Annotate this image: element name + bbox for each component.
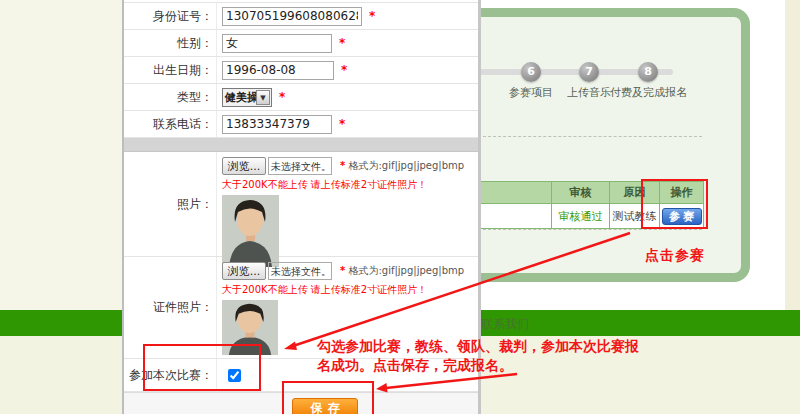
photo-size-warning: 大于200K不能上传 请上传标准2寸证件照片！ [222, 178, 478, 192]
audit-column-header: 审核 [552, 182, 610, 204]
required-asterisk: * [340, 265, 345, 276]
phone-row: 联系电话： * [124, 111, 478, 138]
step-8-label: 付费及完成报名 [610, 85, 687, 100]
birth-date-row: 出生日期： * [124, 57, 478, 84]
id-number-input[interactable] [222, 7, 362, 26]
panel-divider-bottom [483, 229, 702, 230]
type-row: 类型： 健美操 ▼ * [124, 84, 478, 111]
section-separator [124, 138, 478, 152]
type-select-value: 健美操 [223, 90, 256, 105]
required-asterisk: * [339, 36, 345, 50]
contact-us-link[interactable]: 联系我们 [481, 316, 529, 333]
id-number-row: 身份证号： * [124, 3, 478, 30]
id-photo-format-note: * 格式为:gif|jpg|jpeg|bmp [340, 264, 464, 278]
step-6-circle: 6 [521, 62, 541, 82]
annotation-note-line2: 名成功。点击保存，完成报名。 [317, 356, 639, 375]
audit-status-cell: 审核通过 [552, 204, 610, 229]
required-asterisk: * [339, 117, 345, 131]
panel-divider-top [483, 136, 702, 137]
gender-input[interactable] [222, 34, 332, 53]
photo-no-file-text: 未选择文件。 [268, 157, 332, 175]
id-photo-label: 证件照片： [124, 257, 217, 358]
required-asterisk: * [340, 160, 345, 171]
id-photo-browse-button[interactable]: 浏览... [222, 262, 266, 280]
annotation-note-line1: 勾选参加比赛，教练、领队、裁判，参加本次比赛报 [317, 337, 639, 356]
phone-label: 联系电话： [124, 111, 217, 137]
id-number-label: 身份证号： [124, 3, 217, 29]
birth-date-label: 出生日期： [124, 57, 217, 83]
highlight-box-operation-column [641, 179, 708, 229]
photo-row: 照片： 浏览... 未选择文件。 * 格式为:gif|jpg|jpeg|bmp … [124, 152, 478, 257]
photo-format-note: * 格式为:gif|jpg|jpeg|bmp [340, 159, 464, 173]
step-6-label: 参赛项目 [509, 85, 553, 100]
id-photo-size-warning: 大于200K不能上传 请上传标准2寸证件照片！ [222, 283, 478, 297]
annotation-click-join: 点击参赛 [645, 247, 705, 265]
phone-input[interactable] [222, 115, 332, 134]
gender-row: 性别： * [124, 30, 478, 57]
required-asterisk: * [341, 63, 347, 77]
highlight-box-save-button [282, 381, 374, 414]
required-asterisk: * [369, 9, 375, 23]
id-photo-no-file-text: 未选择文件。 [268, 262, 332, 280]
highlight-box-checkbox [143, 344, 261, 391]
type-select[interactable]: 健美操 ▼ [222, 88, 272, 107]
step-7-label: 上传音乐 [567, 85, 611, 100]
type-label: 类型： [124, 84, 217, 110]
step-7-circle: 7 [579, 62, 599, 82]
step-8-circle: 8 [638, 62, 658, 82]
birth-date-input[interactable] [222, 61, 334, 80]
chevron-down-icon[interactable]: ▼ [256, 90, 270, 105]
gender-label: 性别： [124, 30, 217, 56]
photo-browse-button[interactable]: 浏览... [222, 157, 266, 175]
annotation-note: 勾选参加比赛，教练、领队、裁判，参加本次比赛报 名成功。点击保存，完成报名。 [317, 337, 639, 375]
photo-label: 照片： [124, 152, 217, 256]
required-asterisk: * [279, 90, 285, 104]
